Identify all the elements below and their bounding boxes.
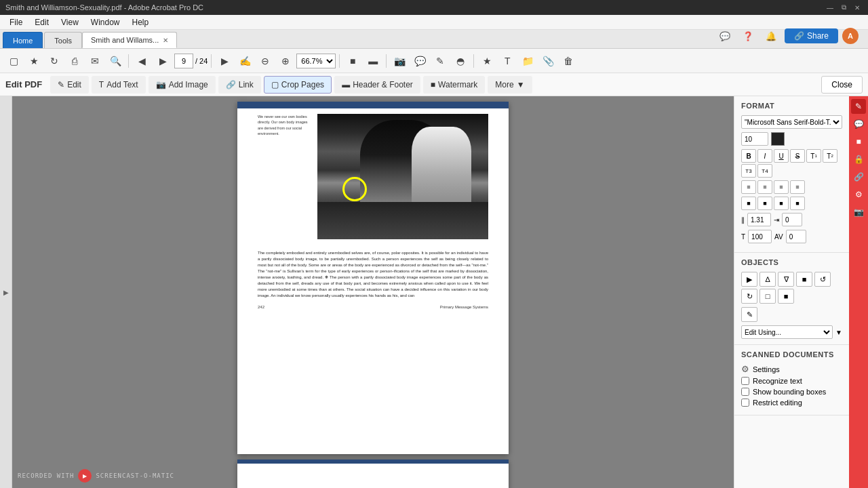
text-style-4-button[interactable]: T4	[757, 164, 772, 178]
next-page-button[interactable]: ▶	[153, 52, 172, 70]
superscript-button[interactable]: T1	[806, 149, 821, 163]
prev-page-button[interactable]: ◀	[132, 52, 151, 70]
list-indent-button[interactable]: ≡	[774, 180, 789, 194]
user-avatar[interactable]: A	[842, 28, 859, 44]
print-button[interactable]: ⎙	[65, 52, 84, 70]
scan-button[interactable]: 📷	[390, 52, 409, 70]
open-button[interactable]: ↻	[45, 52, 64, 70]
menu-help[interactable]: Help	[127, 16, 155, 28]
italic-button[interactable]: I	[757, 149, 772, 163]
restrict-editing-checkbox[interactable]	[741, 399, 749, 407]
accent-scan-button[interactable]: 📷	[851, 205, 866, 220]
chat-icon[interactable]: 💬	[715, 26, 734, 45]
accent-protect-button[interactable]: 🔒	[851, 152, 866, 167]
select-tool-button[interactable]: ▶	[215, 52, 234, 70]
add-text-button[interactable]: T Add Text	[92, 76, 146, 94]
crop-pages-button[interactable]: ▢ Crop Pages	[264, 76, 332, 94]
attach-button[interactable]: 📎	[538, 52, 557, 70]
header-footer-button[interactable]: ▬ Header & Footer	[334, 76, 420, 94]
menu-window[interactable]: Window	[85, 16, 125, 28]
menu-view[interactable]: View	[56, 16, 84, 28]
underline-button[interactable]: U	[774, 149, 789, 163]
highlight-button[interactable]: ◓	[451, 52, 470, 70]
email-button[interactable]: ✉	[85, 52, 104, 70]
move-object-button[interactable]: ▶	[741, 272, 757, 287]
folder-button[interactable]: 📁	[518, 52, 537, 70]
tab-tools[interactable]: Tools	[44, 32, 82, 48]
pen-button[interactable]: ✎	[431, 52, 450, 70]
rotate-left-button[interactable]: ∆	[760, 272, 776, 287]
arrange-button[interactable]: □	[760, 289, 776, 304]
search-button[interactable]: 🔍	[106, 52, 125, 70]
subscript-button[interactable]: T2	[823, 149, 837, 163]
accent-fill-button[interactable]: ■	[851, 134, 866, 149]
undo-button[interactable]: ↺	[814, 272, 831, 287]
align-right-button[interactable]: ■	[774, 197, 789, 210]
redo-button[interactable]: ↻	[741, 289, 757, 304]
font-color-swatch[interactable]	[771, 132, 785, 146]
comment-button[interactable]: 💬	[410, 52, 429, 70]
tab-home[interactable]: Home	[3, 32, 43, 48]
show-bounding-checkbox[interactable]	[741, 388, 749, 396]
pen-tool-button[interactable]: ✎	[741, 307, 757, 322]
more-button[interactable]: More ▼	[488, 76, 532, 94]
add-image-button[interactable]: 📷 Add Image	[149, 76, 216, 94]
align-left-button[interactable]: ■	[741, 197, 756, 210]
delete-button[interactable]: 🗑	[559, 52, 578, 70]
font-family-select[interactable]: "Microsoft Sans Serif-Bold-T...	[741, 115, 842, 129]
menu-edit[interactable]: Edit	[29, 16, 54, 28]
edit-using-dropdown[interactable]: Edit Using...	[741, 325, 833, 339]
strikethrough-button[interactable]: S	[790, 149, 805, 163]
stamp-button[interactable]: ★	[477, 52, 496, 70]
right-accent-strip: ✎ 💬 ■ 🔒 🔗 ⚙ 📷	[849, 96, 868, 488]
bullet-list-button[interactable]: ≡	[741, 180, 756, 194]
menu-file[interactable]: File	[4, 16, 28, 28]
font-size-input[interactable]	[741, 132, 768, 146]
av-icon: AV	[774, 233, 783, 241]
zoom-out-button[interactable]: ⊖	[256, 52, 275, 70]
zoom-select[interactable]: 66.7% 50% 75% 100%	[296, 54, 336, 68]
link-button[interactable]: 🔗 Link	[218, 76, 261, 94]
restore-button[interactable]: ⧉	[838, 2, 849, 13]
close-window-button[interactable]: ✕	[852, 2, 863, 13]
toolbar-separator-4	[386, 54, 387, 68]
bookmark-button[interactable]: ★	[24, 52, 43, 70]
numbered-list-button[interactable]: ≡	[757, 180, 772, 194]
indent-input[interactable]	[782, 213, 802, 226]
pdf-page-number: 242	[258, 304, 264, 310]
font-scale-input[interactable]	[748, 230, 772, 243]
left-panel-toggle[interactable]: ▶	[0, 96, 12, 488]
line-spacing-input[interactable]	[747, 213, 771, 226]
tab-close-icon[interactable]: ✕	[163, 37, 168, 44]
combine-button[interactable]: ▬	[363, 52, 382, 70]
align-justify-button[interactable]: ■	[790, 197, 805, 210]
crop-tool-button[interactable]: ■	[343, 52, 362, 70]
text-button[interactable]: T	[498, 52, 517, 70]
list-outdent-button[interactable]: ≡	[790, 180, 805, 194]
zoom-in-button[interactable]: ⊕	[276, 52, 295, 70]
tab-document[interactable]: Smith and Willams... ✕	[82, 32, 177, 48]
accent-tools-button[interactable]: ⚙	[851, 187, 866, 202]
share-button[interactable]: 🔗 Share	[785, 28, 838, 43]
close-button[interactable]: Close	[821, 76, 863, 94]
title-bar: Smith and Williamson-Sexuality.pdf - Ado…	[0, 0, 868, 15]
minimize-button[interactable]: —	[825, 2, 835, 13]
help-icon[interactable]: ❓	[738, 26, 757, 45]
notification-icon[interactable]: 🔔	[762, 26, 781, 45]
edit-button[interactable]: ✎ Edit	[50, 76, 89, 94]
bold-button[interactable]: B	[741, 149, 756, 163]
accent-share-button[interactable]: 🔗	[851, 169, 866, 184]
rotate-right-button[interactable]: ∇	[778, 272, 794, 287]
av-spacing-input[interactable]	[786, 230, 806, 243]
page-number-input[interactable]: 9	[174, 54, 193, 68]
flip-button[interactable]: ■	[796, 272, 812, 287]
new-file-button[interactable]: ▢	[4, 52, 23, 70]
watermark-button[interactable]: ■ Watermark	[423, 76, 485, 94]
hand-tool-button[interactable]: ✍	[235, 52, 254, 70]
recognize-text-checkbox[interactable]	[741, 377, 749, 385]
accent-edit-button[interactable]: ✎	[851, 99, 866, 114]
text-style-3-button[interactable]: T3	[741, 164, 756, 178]
align-center-button[interactable]: ■	[757, 197, 772, 210]
accent-comment-button[interactable]: 💬	[851, 117, 866, 131]
clip-button[interactable]: ■	[778, 289, 794, 304]
